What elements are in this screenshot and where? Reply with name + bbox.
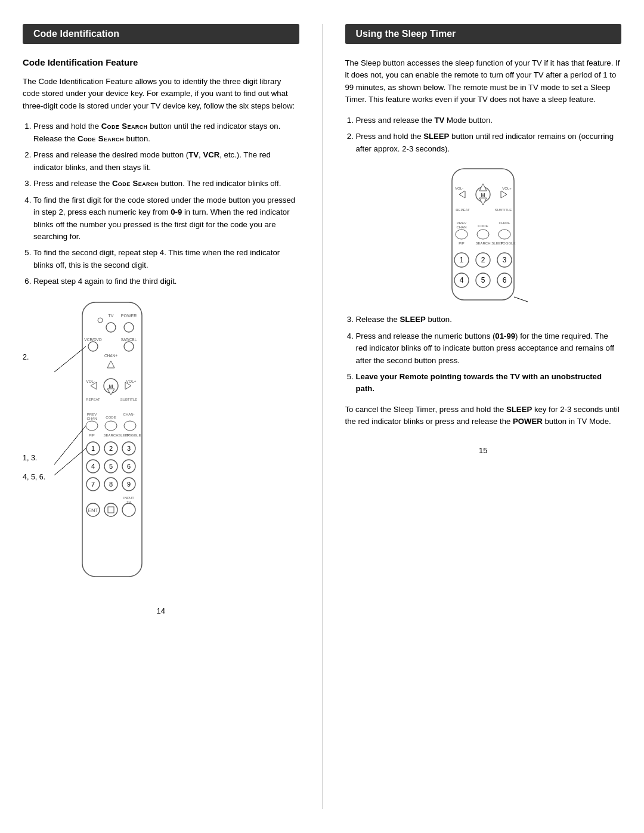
subsection-title: Code Identification Feature (23, 57, 299, 67)
label-2: 2. (23, 353, 45, 361)
leave-bold: Leave your Remote pointing towards the T… (356, 372, 602, 393)
svg-text:M: M (481, 192, 486, 198)
svg-text:2: 2 (481, 256, 485, 264)
svg-text:SEARCH: SEARCH (104, 433, 119, 437)
svg-point-4 (106, 323, 116, 332)
svg-text:SAT/CBL: SAT/CBL (121, 337, 137, 342)
svg-point-5 (124, 323, 134, 332)
svg-point-78 (499, 230, 510, 239)
right-step-1: Press and release the TV Mode button. (356, 114, 622, 126)
svg-text:9: 9 (127, 481, 131, 488)
svg-text:VOL-: VOL- (455, 187, 463, 190)
svg-text:CHAN-: CHAN- (123, 413, 135, 416)
svg-text:1: 1 (91, 445, 95, 452)
svg-text:TOGGLE: TOGGLE (126, 433, 141, 437)
svg-point-3 (98, 318, 103, 323)
svg-text:5: 5 (481, 276, 485, 284)
svg-text:1: 1 (460, 256, 464, 264)
svg-point-9 (124, 342, 134, 351)
svg-text:REPEAT: REPEAT (86, 398, 100, 401)
svg-text:3: 3 (503, 256, 507, 264)
svg-text:VOL+: VOL+ (502, 187, 512, 190)
svg-text:POWER: POWER (121, 314, 137, 318)
svg-point-25 (86, 421, 98, 431)
svg-text:PREV: PREV (457, 221, 466, 225)
svg-line-60 (54, 448, 86, 475)
svg-text:REPEAT: REPEAT (456, 208, 470, 212)
01-99: 01-99 (495, 332, 515, 340)
svg-line-95 (514, 297, 528, 302)
left-step-6: Repeat step 4 again to find the third di… (33, 275, 299, 287)
svg-text:6: 6 (503, 276, 507, 284)
svg-line-58 (54, 346, 86, 372)
left-intro: The Code Identification Feature allows y… (23, 76, 299, 112)
svg-text:CODE: CODE (106, 416, 116, 419)
vcr-bold: VCR (203, 150, 219, 159)
svg-text:TOGGLE: TOGGLE (501, 241, 516, 245)
left-step-4: To find the first digit for the code sto… (33, 194, 299, 243)
code-search-2: Code Search (78, 134, 124, 143)
svg-text:CHAN: CHAN (87, 417, 97, 420)
right-remote-diagram: VOL- VOL+ M REPEAT SUBTITLE PREV CHAN (435, 166, 531, 303)
right-step-2: Press and hold the SLEEP button until re… (356, 131, 622, 155)
svg-point-27 (124, 421, 136, 431)
right-step-4: Press and release the numeric buttons (0… (356, 330, 622, 367)
left-remote-wrapper: TV POWER VCR/DVD SAT/CBL (51, 296, 168, 589)
svg-text:CHAN+: CHAN+ (104, 354, 117, 358)
right-steps-list-2: Release the SLEEP button. Press and rele… (356, 314, 622, 395)
page-container: Code Identification Code Identification … (0, 0, 644, 833)
diagram-labels: 2. 1, 3. 4, 5, 6. (23, 296, 45, 481)
left-column: Code Identification Code Identification … (0, 24, 322, 809)
right-step-5: Leave your Remote pointing towards the T… (356, 371, 622, 395)
svg-text:INPUT: INPUT (123, 496, 134, 500)
svg-text:PREV: PREV (87, 413, 97, 416)
svg-point-77 (477, 230, 489, 239)
svg-text:VCR/DVD: VCR/DVD (85, 337, 103, 342)
right-column: Using the Sleep Timer The Sleep button a… (323, 24, 645, 809)
left-diagram-container: 2. 1, 3. 4, 5, 6. TV POWER (23, 296, 299, 589)
right-steps-list: Press and release the TV Mode button. Pr… (356, 114, 622, 155)
sleep-bold-3: SLEEP (506, 405, 532, 414)
left-steps-list: Press and hold the Code Search button un… (33, 120, 299, 287)
svg-text:5: 5 (109, 463, 113, 470)
svg-point-57 (122, 503, 135, 516)
tv-bold: TV (188, 150, 199, 159)
sleep-bold-2: SLEEP (400, 315, 426, 324)
svg-text:CODE: CODE (478, 224, 488, 228)
svg-text:VOL+: VOL+ (126, 379, 137, 383)
left-step-1: Press and hold the Code Search button un… (33, 120, 299, 145)
tv-mode: TV (434, 116, 444, 125)
left-step-3: Press and release the Code Search button… (33, 178, 299, 190)
svg-text:PIP: PIP (89, 433, 95, 437)
sleep-diagram-container: VOL- VOL+ M REPEAT SUBTITLE PREV CHAN (345, 166, 622, 303)
left-step-2: Press and release the desired mode butto… (33, 149, 299, 174)
svg-line-59 (54, 426, 86, 465)
0-9: 0-9 (171, 208, 182, 216)
svg-text:SUBTITLE: SUBTITLE (495, 208, 512, 212)
svg-text:4: 4 (91, 463, 95, 470)
label-456: 4, 5, 6. (23, 473, 45, 481)
code-search-3: Code Search (112, 179, 159, 188)
label-13: 1, 3. (23, 454, 45, 462)
svg-text:ENT: ENT (88, 507, 99, 513)
svg-text:VOL-: VOL- (86, 379, 95, 383)
code-search-1: Code Search (101, 122, 148, 131)
svg-text:TV: TV (109, 314, 114, 318)
svg-rect-56 (108, 507, 114, 513)
power-bold: POWER (513, 417, 543, 426)
right-step-3: Release the SLEEP button. (356, 314, 622, 326)
left-remote-diagram: TV POWER VCR/DVD SAT/CBL (51, 296, 168, 589)
svg-text:3: 3 (127, 445, 131, 452)
right-section-header: Using the Sleep Timer (345, 24, 622, 44)
svg-text:6: 6 (127, 463, 131, 470)
svg-point-26 (105, 421, 117, 431)
left-page-number: 14 (23, 606, 299, 615)
svg-text:SUBTITLE: SUBTITLE (120, 398, 138, 401)
svg-text:8: 8 (109, 481, 113, 488)
svg-text:4: 4 (460, 276, 464, 284)
left-step-5: To find the second digit, repeat step 4.… (33, 247, 299, 271)
svg-text:SEARCH: SEARCH (476, 241, 491, 245)
svg-point-8 (88, 342, 98, 351)
right-cancel-text: To cancel the Sleep Timer, press and hol… (345, 404, 622, 428)
svg-text:CHAN-: CHAN- (499, 221, 510, 225)
